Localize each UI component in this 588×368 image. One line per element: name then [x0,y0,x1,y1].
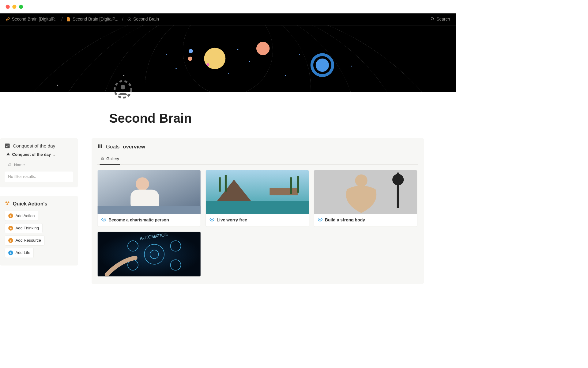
svg-point-26 [355,174,367,187]
add-resource-button[interactable]: Add Resource [5,236,45,246]
breadcrumb-root[interactable]: Second Brain [DigitalP... [6,17,58,22]
goals-overview-card: Goals overview Gallery [92,138,424,284]
checkbox-icon [5,143,10,148]
breadcrumb-mid[interactable]: Second Brain [DigitalP... [66,17,119,22]
add-action-label: Add Action [15,213,35,218]
rename-icon [8,162,12,167]
plus-icon [8,226,13,231]
window-chrome [0,0,456,13]
board-icon [97,144,103,150]
goal-card-worryfree[interactable]: Live worry free [205,170,309,227]
topbar: Second Brain [DigitalP... / Second Brain… [0,13,456,25]
svg-point-28 [392,174,404,185]
conquest-card: Conquest of the day Conquest of the day … [0,138,78,187]
svg-point-19 [103,219,104,220]
breadcrumb-mid-label: Second Brain [DigitalP... [73,17,118,22]
page-emoji-icon[interactable] [113,79,133,99]
svg-rect-10 [101,144,102,148]
cover-image [0,25,456,92]
eye-icon [101,217,106,223]
breadcrumb-current-label: Second Brain [133,17,159,22]
breadcrumb-root-label: Second Brain [DigitalP... [12,17,58,22]
svg-rect-12 [103,157,104,158]
minimize-window-dot[interactable] [12,5,16,9]
goals-title-b: overview [123,144,145,150]
goals-title-a: Goals [106,144,120,150]
svg-rect-22 [206,201,309,214]
close-window-dot[interactable] [6,5,10,9]
goal-card-image: AUTOMATION [98,232,201,277]
conquest-title: Conquest of the day [13,143,55,149]
tab-gallery[interactable]: Gallery [100,154,120,165]
svg-point-3 [115,81,131,98]
plus-icon [8,251,13,255]
eye-icon [318,217,323,223]
name-column-header[interactable]: Name [5,160,73,170]
svg-rect-18 [98,206,201,214]
goal-card-strongbody[interactable]: Build a strong body [314,170,417,227]
conquest-db-view[interactable]: Conquest of the day ⌄ [6,152,73,157]
svg-point-16 [136,177,149,190]
svg-rect-9 [100,144,100,148]
eye-icon [209,217,214,223]
svg-point-2 [431,17,433,20]
svg-rect-13 [101,159,102,160]
svg-rect-23 [270,188,298,195]
goal-card-charismatic[interactable]: Become a charismatic person [97,170,201,227]
maximize-window-dot[interactable] [19,5,23,9]
dashed-person-icon [113,80,132,99]
link-icon [6,17,10,21]
add-thinking-button[interactable]: Add Thinking [5,223,43,233]
add-life-button[interactable]: Add Life [5,248,34,258]
svg-rect-8 [98,144,99,148]
gallery-icon [101,156,104,161]
view-tabs: Gallery [97,154,418,165]
add-life-label: Add Life [15,251,30,255]
plus-icon [8,238,13,243]
svg-point-7 [8,201,9,203]
add-thinking-label: Add Thinking [15,226,39,231]
goal-card-label: Live worry free [217,218,247,223]
search-icon [430,17,435,22]
conquest-db-title: Conquest of the day [12,152,51,157]
svg-rect-14 [103,159,104,160]
svg-point-29 [320,219,321,220]
quick-actions-card: Quick Action's Add Action Add Thinking A… [0,196,78,266]
goal-card-label: Build a strong body [325,218,365,223]
goal-card-image [206,170,309,214]
page-icon [66,17,71,21]
plus-icon [8,213,13,218]
target-icon [127,17,131,21]
page-title: Second Brain [109,111,456,125]
breadcrumb-sep: / [62,17,63,22]
quick-actions-icon [5,201,10,207]
goal-card-image [314,170,417,214]
name-column-label: Name [14,163,25,167]
add-resource-label: Add Resource [15,238,41,243]
goal-card-label: Become a charismatic person [108,218,169,223]
warning-icon [6,152,10,157]
no-results-msg: No filter results. [5,172,73,182]
breadcrumb: Second Brain [DigitalP... / Second Brain… [6,17,430,22]
quick-actions-title: Quick Action's [13,201,47,207]
svg-rect-11 [101,157,102,158]
breadcrumb-current[interactable]: Second Brain [127,17,159,22]
svg-point-4 [121,85,125,89]
chevron-down-icon: ⌄ [53,153,55,156]
goal-card-image [98,170,201,214]
add-action-button[interactable]: Add Action [5,211,38,221]
search-button[interactable]: Search [430,17,450,22]
svg-point-24 [211,219,213,220]
svg-point-6 [6,201,7,203]
breadcrumb-sep: / [122,17,123,22]
svg-point-1 [129,19,130,20]
tab-gallery-label: Gallery [106,156,119,161]
goal-card-automation[interactable]: AUTOMATION [97,232,201,277]
search-label: Search [436,17,450,22]
